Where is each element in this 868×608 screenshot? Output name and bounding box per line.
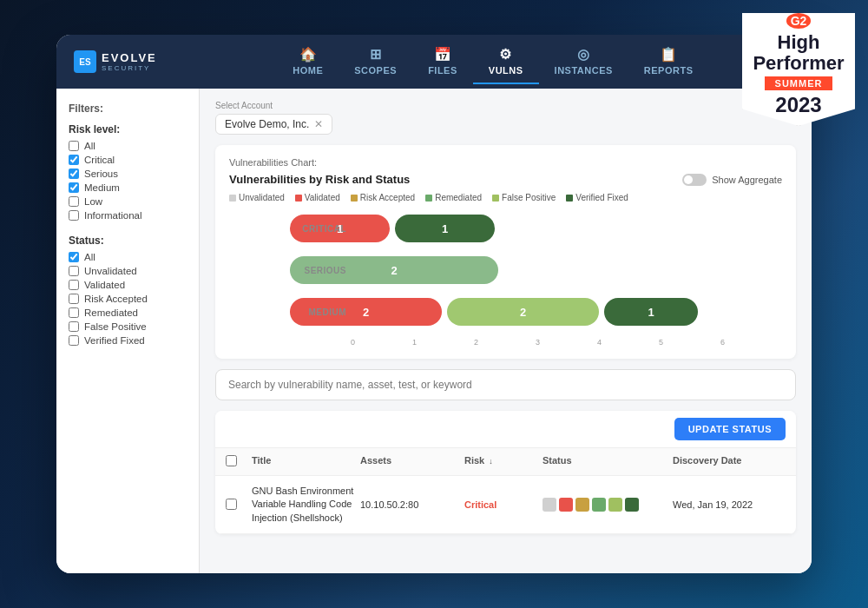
vulns-icon: ⚙ bbox=[499, 46, 512, 63]
search-input[interactable] bbox=[215, 369, 796, 400]
risk-filter-low[interactable]: Low bbox=[69, 196, 187, 207]
legend-dot-validated bbox=[295, 195, 302, 202]
legend-risk-accepted: Risk Accepted bbox=[351, 193, 415, 202]
status-dot-unvalidated bbox=[542, 498, 556, 512]
filters-title: Filters: bbox=[69, 102, 187, 115]
nav-item-instances[interactable]: ◎ INSTANCES bbox=[539, 39, 628, 84]
row-assets: 10.10.50.2:80 bbox=[360, 499, 464, 510]
bar-critical-verified-fixed: 1 bbox=[395, 215, 495, 242]
status-all-checkbox[interactable] bbox=[69, 252, 79, 262]
nav-item-vulns[interactable]: ⚙ VULNS bbox=[473, 39, 539, 84]
nav-item-files[interactable]: 📅 FILES bbox=[412, 39, 473, 84]
chart-row-critical: CRITICAL 1 1 bbox=[290, 213, 782, 244]
nav-item-home[interactable]: 🏠 HOME bbox=[277, 39, 339, 84]
chart-row-medium: MEDIUM 2 2 1 bbox=[290, 296, 782, 327]
chart-section: Vulnerabilities Chart: Vulnerabilities b… bbox=[215, 145, 796, 359]
status-filter-all[interactable]: All bbox=[69, 252, 187, 262]
badge-title: HighPerformer bbox=[753, 32, 844, 74]
top-nav: ES EVOLVE SECURITY 🏠 HOME ⊞ SCOPES 📅 FIL… bbox=[56, 35, 812, 89]
status-filter-risk-accepted[interactable]: Risk Accepted bbox=[69, 294, 187, 304]
account-label: Select Account bbox=[215, 101, 796, 110]
logo-text-evolve: EVOLVE bbox=[102, 51, 157, 64]
chart-label-critical: CRITICAL bbox=[290, 224, 346, 234]
col-title: Title bbox=[252, 455, 360, 468]
chart-legend: Unvalidated Validated Risk Accepted Reme… bbox=[229, 193, 782, 202]
x-axis: 0 1 2 3 4 5 6 bbox=[290, 338, 782, 347]
main-nav: 🏠 HOME ⊞ SCOPES 📅 FILES ⚙ VULNS ◎ INSTAN… bbox=[192, 39, 794, 84]
status-filter-unvalidated[interactable]: Unvalidated bbox=[69, 266, 187, 276]
table-row: GNU Bash Environment Variable Handling C… bbox=[215, 476, 796, 534]
legend-validated: Validated bbox=[295, 193, 340, 202]
risk-informational-checkbox[interactable] bbox=[69, 210, 79, 221]
status-filter-verified-fixed[interactable]: Verified Fixed bbox=[69, 335, 187, 346]
chart-label-medium: MEDIUM bbox=[290, 307, 346, 317]
status-validated-checkbox[interactable] bbox=[69, 280, 79, 290]
search-section bbox=[215, 369, 796, 400]
risk-filter-serious[interactable]: Serious bbox=[69, 169, 187, 179]
instances-icon: ◎ bbox=[577, 46, 590, 63]
legend-verified-fixed: Verified Fixed bbox=[566, 193, 628, 202]
select-all-checkbox[interactable] bbox=[226, 455, 237, 466]
risk-medium-checkbox[interactable] bbox=[69, 182, 79, 193]
chart-label-serious: SERIOUS bbox=[290, 266, 346, 275]
bar-chart: CRITICAL 1 1 SERIOUS 2 bbox=[229, 213, 782, 347]
risk-all-checkbox[interactable] bbox=[69, 141, 79, 151]
aggregate-switch[interactable] bbox=[682, 174, 707, 186]
update-status-button[interactable]: UPDATE STATUS bbox=[674, 418, 786, 440]
table-toolbar: UPDATE STATUS bbox=[215, 411, 796, 448]
legend-false-positive: False Positive bbox=[492, 193, 556, 202]
account-selector[interactable]: Evolve Demo, Inc. ✕ bbox=[215, 114, 332, 135]
scopes-icon: ⊞ bbox=[370, 46, 382, 63]
table-header: Title Assets Risk ↓ Status Discovery Dat… bbox=[215, 448, 796, 476]
status-dot-validated bbox=[559, 498, 573, 512]
badge-year: 2023 bbox=[775, 93, 821, 117]
row-status-dots bbox=[542, 498, 673, 512]
row-title: GNU Bash Environment Variable Handling C… bbox=[252, 485, 360, 525]
status-dot-risk-accepted bbox=[575, 498, 589, 512]
legend-dot-unvalidated bbox=[229, 195, 236, 202]
nav-label-vulns: VULNS bbox=[489, 65, 523, 76]
nav-item-scopes[interactable]: ⊞ SCOPES bbox=[339, 39, 412, 84]
nav-item-reports[interactable]: 📋 REPORTS bbox=[628, 39, 709, 84]
status-dot-verified-fixed bbox=[625, 498, 639, 512]
account-section: Select Account Evolve Demo, Inc. ✕ bbox=[215, 101, 796, 135]
reports-icon: 📋 bbox=[660, 46, 678, 63]
chart-title: Vulnerabilities by Risk and Status bbox=[229, 173, 410, 186]
risk-serious-checkbox[interactable] bbox=[69, 169, 79, 179]
risk-critical-checkbox[interactable] bbox=[69, 155, 79, 165]
row-risk: Critical bbox=[464, 499, 542, 510]
risk-filter-medium[interactable]: Medium bbox=[69, 182, 187, 193]
g2-badge: G2 HighPerformer SUMMER 2023 bbox=[742, 13, 855, 126]
legend-dot-remediated bbox=[425, 195, 432, 202]
nav-label-reports: REPORTS bbox=[644, 65, 694, 76]
col-risk: Risk ↓ bbox=[464, 455, 542, 468]
status-risk-accepted-checkbox[interactable] bbox=[69, 294, 79, 304]
nav-label-home: HOME bbox=[293, 65, 323, 76]
risk-filter-informational[interactable]: Informational bbox=[69, 210, 187, 221]
risk-low-checkbox[interactable] bbox=[69, 196, 79, 207]
status-dot-false-positive bbox=[608, 498, 622, 512]
home-icon: 🏠 bbox=[299, 46, 318, 63]
risk-filter-critical[interactable]: Critical bbox=[69, 155, 187, 165]
badge-season: SUMMER bbox=[765, 76, 833, 90]
status-verified-fixed-checkbox[interactable] bbox=[69, 335, 79, 346]
row-select-checkbox[interactable] bbox=[226, 499, 237, 510]
status-false-positive-checkbox[interactable] bbox=[69, 321, 79, 332]
status-filter-validated[interactable]: Validated bbox=[69, 280, 187, 290]
risk-section-title: Risk level: bbox=[69, 123, 187, 135]
show-aggregate-toggle[interactable]: Show Aggregate bbox=[682, 174, 782, 186]
chart-header: Vulnerabilities by Risk and Status Show … bbox=[229, 173, 782, 186]
content-area: Filters: Risk level: All Critical Seriou… bbox=[56, 89, 812, 573]
legend-dot-verified-fixed bbox=[566, 195, 573, 202]
nav-label-files: FILES bbox=[428, 65, 457, 76]
status-filter-false-positive[interactable]: False Positive bbox=[69, 321, 187, 332]
g2-logo-icon: G2 bbox=[786, 13, 811, 29]
close-icon[interactable]: ✕ bbox=[314, 118, 323, 130]
status-remediated-checkbox[interactable] bbox=[69, 307, 79, 318]
status-unvalidated-checkbox[interactable] bbox=[69, 266, 79, 276]
risk-sort-icon[interactable]: ↓ bbox=[489, 457, 493, 466]
legend-remediated: Remediated bbox=[425, 193, 482, 202]
risk-filter-all[interactable]: All bbox=[69, 141, 187, 151]
show-aggregate-label: Show Aggregate bbox=[712, 175, 782, 185]
status-filter-remediated[interactable]: Remediated bbox=[69, 307, 187, 318]
